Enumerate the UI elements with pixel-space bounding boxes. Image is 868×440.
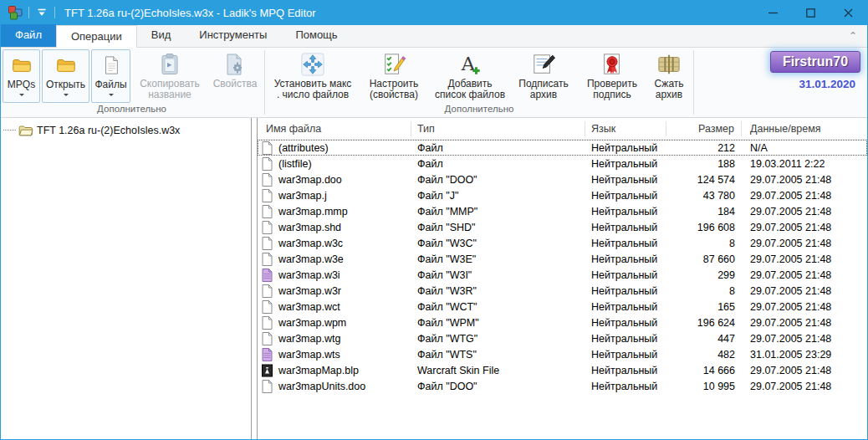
tab-tools[interactable]: Инструменты [185, 24, 281, 47]
file-row[interactable]: war3map.w3rФайл "W3R"Нейтральный829.07.2… [258, 283, 867, 299]
file-name: war3map.wpm [278, 317, 346, 329]
file-type-cell: Файл "W3C" [411, 238, 585, 249]
file-datetime-cell: 29.07.2005 21:48 [742, 301, 867, 313]
file-icon [262, 205, 273, 218]
list-header: Имя файла Тип Язык Размер Данные/время [258, 118, 867, 140]
button-label: MPQs [8, 79, 35, 90]
file-size-cell: 8 [666, 285, 742, 297]
column-header-size[interactable]: Размер [666, 121, 742, 136]
set-max-files-button[interactable]: Установить макс . число файлов [268, 49, 357, 103]
file-type-cell: Файл "WTG" [411, 333, 585, 345]
file-rows: (attributes)ФайлНейтральный212N/A(listfi… [258, 140, 867, 439]
file-name-cell: war3map.mmp [258, 205, 411, 218]
ribbon-tab-bar: Файл Операции Вид Инструменты Помощь ⌃ [1, 25, 867, 48]
tree-root-label: TFT 1.26a ru-(2)EchoIsles.w3x [37, 125, 180, 136]
file-size-cell: 184 [666, 206, 742, 217]
mpq-cubes-icon[interactable] [8, 5, 23, 20]
maximize-icon[interactable] [792, 0, 830, 25]
file-type-cell: Файл "WCT" [411, 301, 585, 313]
titlebar-separator [28, 7, 29, 18]
column-header-language[interactable]: Язык [585, 121, 666, 136]
file-name: war3map.mmp [278, 206, 348, 217]
file-row[interactable]: war3mapMap.blpWarcraft Skin FileНейтраль… [258, 362, 867, 378]
file-row[interactable]: (attributes)ФайлНейтральный212N/A [258, 140, 867, 156]
file-language-cell: Нейтральный [585, 285, 666, 297]
file-type-cell: Файл "W3E" [411, 253, 585, 265]
files-button[interactable]: Файлы [91, 49, 130, 103]
close-icon[interactable] [830, 0, 867, 25]
file-row[interactable]: war3map.w3eФайл "W3E"Нейтральный87 66029… [258, 251, 867, 267]
file-datetime-cell: 29.07.2005 21:48 [742, 285, 867, 297]
compact-archive-button[interactable]: Сжать архив [648, 49, 690, 103]
main-content: TFT 1.26a ru-(2)EchoIsles.w3x Имя файла … [1, 118, 867, 439]
file-name-cell: war3map.j [258, 189, 411, 202]
file-row[interactable]: (listfile)ФайлНейтральный18819.03.2011 2… [258, 156, 867, 171]
file-icon [262, 141, 273, 155]
file-name: war3map.w3c [278, 238, 343, 249]
file-icon [262, 173, 273, 187]
file-row[interactable]: war3map.mmpФайл "MMP"Нейтральный18429.07… [258, 203, 867, 219]
file-language-cell: Нейтральный [585, 317, 666, 329]
verify-signature-button[interactable]: Проверить подпись [578, 49, 646, 103]
collapse-ribbon-icon[interactable]: ⌃ [839, 25, 867, 47]
file-datetime-cell: 29.07.2005 21:48 [742, 238, 867, 249]
file-row[interactable]: war3map.jФайл "J"Нейтральный43 78029.07.… [258, 187, 867, 203]
minimize-icon[interactable] [754, 0, 792, 25]
copy-name-button: Скопировать название [132, 49, 207, 103]
file-row[interactable]: war3map.shdФайл "SHD"Нейтральный196 6082… [258, 219, 867, 235]
file-name-cell: war3map.w3i [258, 269, 411, 282]
file-datetime-cell: 29.07.2005 21:48 [742, 381, 867, 392]
file-datetime-cell: N/A [742, 142, 867, 154]
file-name-cell: war3map.wct [258, 300, 411, 314]
file-icon [262, 253, 273, 266]
open-button[interactable]: Открыть [42, 49, 89, 103]
configure-properties-button[interactable]: Настроить (свойства) [359, 49, 429, 103]
mpqs-button[interactable]: MPQs [3, 49, 40, 103]
file-icon [262, 316, 273, 330]
folder-icon [56, 53, 76, 78]
file-datetime-cell: 29.07.2005 21:48 [742, 222, 867, 233]
firstrun-badge[interactable]: Firstrun70 [770, 51, 860, 73]
file-type-cell: Файл "W3R" [411, 285, 585, 297]
file-size-cell: 188 [666, 158, 742, 170]
file-name-cell: war3map.wts [258, 348, 411, 361]
column-header-type[interactable]: Тип [411, 121, 585, 136]
file-name: war3map.doo [278, 174, 342, 186]
file-row[interactable]: war3map.w3cФайл "W3C"Нейтральный829.07.2… [258, 235, 867, 251]
sign-archive-button[interactable]: Подписать архив [511, 49, 576, 103]
button-label-2: архив [656, 90, 682, 100]
file-row[interactable]: war3mapUnits.dooФайл "DOO"Нейтральный10 … [258, 378, 867, 394]
file-row[interactable]: war3map.wtgФайл "WTG"Нейтральный44729.07… [258, 330, 867, 346]
tab-view[interactable]: Вид [137, 24, 186, 47]
titlebar: TFT 1.26a ru-(2)EchoIsles.w3x - Ladik's … [1, 0, 867, 25]
tree-root-item[interactable]: TFT 1.26a ru-(2)EchoIsles.w3x [1, 122, 251, 138]
column-header-name[interactable]: Имя файла [258, 121, 411, 136]
blp-file-icon [262, 364, 273, 377]
tab-operations[interactable]: Операции [56, 25, 137, 48]
file-language-cell: Нейтральный [585, 365, 666, 376]
file-size-cell: 212 [666, 142, 742, 154]
file-icon [262, 237, 273, 250]
file-name-cell: (attributes) [258, 141, 411, 155]
add-listfile-button[interactable]: A Добавить список файлов [431, 49, 509, 103]
file-datetime-cell: 29.07.2005 21:48 [742, 333, 867, 345]
toolbar-customize-icon[interactable] [35, 4, 49, 21]
file-type-cell: Файл "DOO" [411, 381, 585, 392]
tab-help[interactable]: Помощь [281, 24, 351, 47]
column-header-datetime[interactable]: Данные/время [742, 121, 867, 136]
button-label-2: архив [530, 90, 557, 100]
file-row[interactable]: war3map.wctФайл "WCT"Нейтральный16529.07… [258, 299, 867, 315]
file-type-cell: Файл [411, 142, 585, 154]
file-row[interactable]: war3map.w3iФайл "W3I"Нейтральный29929.07… [258, 267, 867, 283]
button-label: Открыть [46, 79, 85, 90]
file-language-cell: Нейтральный [585, 301, 666, 313]
file-language-cell: Нейтральный [585, 381, 666, 392]
file-language-cell: Нейтральный [585, 142, 666, 154]
file-size-cell: 10 995 [666, 381, 742, 392]
file-language-cell: Нейтральный [585, 269, 666, 281]
file-datetime-cell: 29.07.2005 21:48 [742, 206, 867, 217]
file-row[interactable]: war3map.wpmФайл "WPM"Нейтральный196 6242… [258, 315, 867, 330]
file-row[interactable]: war3map.wtsФайл "WTS"Нейтральный48231.01… [258, 346, 867, 362]
tab-file[interactable]: Файл [1, 24, 56, 47]
file-row[interactable]: war3map.dooФайл "DOO"Нейтральный124 5742… [258, 171, 867, 187]
